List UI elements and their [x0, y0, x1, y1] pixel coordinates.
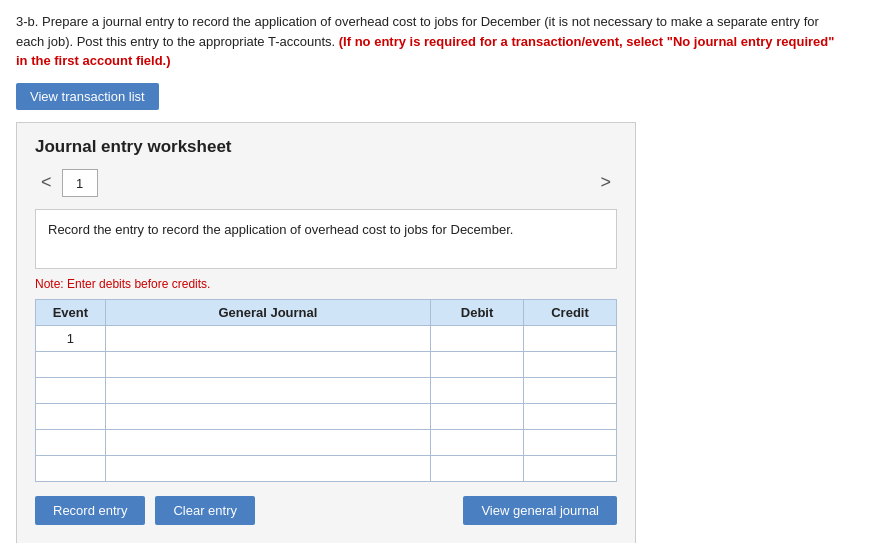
general-journal-input-4[interactable]: [112, 409, 424, 424]
general-journal-cell-3[interactable]: [105, 377, 430, 403]
credit-input-5[interactable]: [530, 435, 610, 450]
debit-input-5[interactable]: [437, 435, 517, 450]
debit-cell-1[interactable]: [431, 325, 524, 351]
table-row: 1: [36, 325, 617, 351]
credit-cell-4[interactable]: [524, 403, 617, 429]
col-header-general-journal: General Journal: [105, 299, 430, 325]
general-journal-input-2[interactable]: [112, 357, 424, 372]
debit-cell-5[interactable]: [431, 429, 524, 455]
description-text: Record the entry to record the applicati…: [48, 222, 513, 237]
credit-cell-5[interactable]: [524, 429, 617, 455]
credit-cell-1[interactable]: [524, 325, 617, 351]
debit-cell-6[interactable]: [431, 455, 524, 481]
debit-cell-3[interactable]: [431, 377, 524, 403]
event-cell-3: [36, 377, 106, 403]
credit-input-3[interactable]: [530, 383, 610, 398]
event-cell-6: [36, 455, 106, 481]
note-text: Note: Enter debits before credits.: [35, 277, 617, 291]
buttons-row: Record entry Clear entry View general jo…: [35, 496, 617, 525]
clear-entry-button[interactable]: Clear entry: [155, 496, 255, 525]
general-journal-input-6[interactable]: [112, 461, 424, 476]
table-row: [36, 429, 617, 455]
general-journal-cell-4[interactable]: [105, 403, 430, 429]
credit-input-4[interactable]: [530, 409, 610, 424]
credit-cell-3[interactable]: [524, 377, 617, 403]
col-header-event: Event: [36, 299, 106, 325]
debit-input-6[interactable]: [437, 461, 517, 476]
debit-input-4[interactable]: [437, 409, 517, 424]
credit-input-2[interactable]: [530, 357, 610, 372]
event-cell-4: [36, 403, 106, 429]
col-header-credit: Credit: [524, 299, 617, 325]
general-journal-cell-5[interactable]: [105, 429, 430, 455]
journal-table: Event General Journal Debit Credit 1: [35, 299, 617, 482]
nav-row: < 1 >: [35, 169, 617, 197]
debit-cell-2[interactable]: [431, 351, 524, 377]
credit-input-6[interactable]: [530, 461, 610, 476]
nav-right-arrow[interactable]: >: [594, 170, 617, 195]
worksheet-container: Journal entry worksheet < 1 > Record the…: [16, 122, 636, 544]
table-row: [36, 403, 617, 429]
page-number-box: 1: [62, 169, 98, 197]
credit-cell-2[interactable]: [524, 351, 617, 377]
general-journal-input-1[interactable]: [112, 331, 424, 346]
debit-cell-4[interactable]: [431, 403, 524, 429]
description-box: Record the entry to record the applicati…: [35, 209, 617, 269]
worksheet-title: Journal entry worksheet: [35, 137, 617, 157]
record-entry-button[interactable]: Record entry: [35, 496, 145, 525]
credit-input-1[interactable]: [530, 331, 610, 346]
event-cell-2: [36, 351, 106, 377]
general-journal-input-5[interactable]: [112, 435, 424, 450]
col-header-debit: Debit: [431, 299, 524, 325]
event-cell-1: 1: [36, 325, 106, 351]
credit-cell-6[interactable]: [524, 455, 617, 481]
debit-input-2[interactable]: [437, 357, 517, 372]
general-journal-input-3[interactable]: [112, 383, 424, 398]
event-cell-5: [36, 429, 106, 455]
view-general-journal-button[interactable]: View general journal: [463, 496, 617, 525]
instruction-text: 3-b. Prepare a journal entry to record t…: [16, 12, 836, 71]
general-journal-cell-2[interactable]: [105, 351, 430, 377]
general-journal-cell-6[interactable]: [105, 455, 430, 481]
nav-left-arrow[interactable]: <: [35, 170, 58, 195]
table-row: [36, 351, 617, 377]
general-journal-cell-1[interactable]: [105, 325, 430, 351]
table-row: [36, 377, 617, 403]
debit-input-1[interactable]: [437, 331, 517, 346]
view-transaction-button[interactable]: View transaction list: [16, 83, 159, 110]
debit-input-3[interactable]: [437, 383, 517, 398]
table-row: [36, 455, 617, 481]
